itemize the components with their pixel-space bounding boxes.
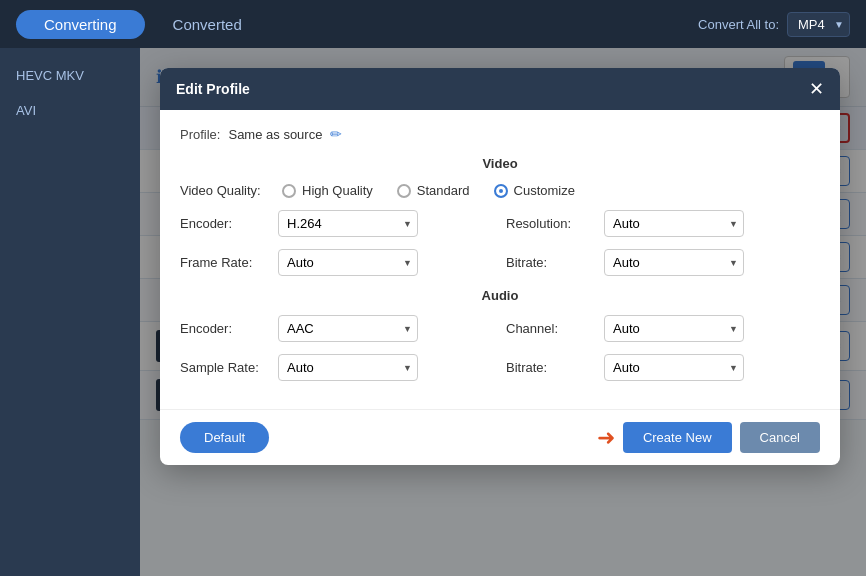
default-button[interactable]: Default (180, 422, 269, 453)
framerate-label: Frame Rate: (180, 255, 270, 270)
radio-label-customize: Customize (514, 183, 575, 198)
radio-btn-standard (397, 184, 411, 198)
video-bitrate-col: Bitrate: Auto ▼ (506, 249, 820, 276)
video-quality-row: Video Quality: High Quality Standard (180, 183, 820, 198)
modal-footer: Default ➜ Create New Cancel (160, 409, 840, 465)
channel-col: Channel: Auto ▼ (506, 315, 820, 342)
footer-right: ➜ Create New Cancel (597, 422, 820, 453)
modal-close-button[interactable]: ✕ (809, 80, 824, 98)
radio-btn-high-quality (282, 184, 296, 198)
framerate-col: Frame Rate: Auto ▼ (180, 249, 494, 276)
sidebar-item-hevc-mkv[interactable]: HEVC MKV (0, 58, 140, 93)
modal-body: Profile: Same as source ✏ Video Video Qu… (160, 110, 840, 409)
profile-value: Same as source (228, 127, 322, 142)
samplerate-select-wrapper: Auto ▼ (278, 354, 418, 381)
samplerate-label: Sample Rate: (180, 360, 270, 375)
radio-label-high-quality: High Quality (302, 183, 373, 198)
resolution-label: Resolution: (506, 216, 596, 231)
profile-label: Profile: (180, 127, 220, 142)
audio-bitrate-col: Bitrate: Auto ▼ (506, 354, 820, 381)
modal-profile-row: Profile: Same as source ✏ (180, 126, 820, 142)
samplerate-select[interactable]: Auto (278, 354, 418, 381)
video-bitrate-select-wrapper: Auto ▼ (604, 249, 744, 276)
video-section-title: Video (180, 156, 820, 171)
convert-all-select[interactable]: MP4 (787, 12, 850, 37)
modal-header: Edit Profile ✕ (160, 68, 840, 110)
sidebar-item-avi[interactable]: AVI (0, 93, 140, 128)
video-quality-radio-group: High Quality Standard Customize (282, 183, 820, 198)
audio-section-title: Audio (180, 288, 820, 303)
resolution-col: Resolution: Auto ▼ (506, 210, 820, 237)
right-panel: ℹ :45 MP4 ▼ uto ⚙ andard ⚙ andard ⚙ anda… (140, 48, 866, 576)
audio-encoder-select-wrapper: AAC ▼ (278, 315, 418, 342)
create-new-button[interactable]: Create New (623, 422, 732, 453)
framerate-select-wrapper: Auto ▼ (278, 249, 418, 276)
radio-btn-customize (494, 184, 508, 198)
channel-select-wrapper: Auto ▼ (604, 315, 744, 342)
cancel-button[interactable]: Cancel (740, 422, 820, 453)
audio-bitrate-select-wrapper: Auto ▼ (604, 354, 744, 381)
video-bitrate-select[interactable]: Auto (604, 249, 744, 276)
audio-encoder-select[interactable]: AAC (278, 315, 418, 342)
audio-encoder-label: Encoder: (180, 321, 270, 336)
convert-all-label: Convert All to: (698, 17, 779, 32)
encoder-select[interactable]: H.264 (278, 210, 418, 237)
radio-standard[interactable]: Standard (397, 183, 470, 198)
audio-encoder-col: Encoder: AAC ▼ (180, 315, 494, 342)
framerate-bitrate-row: Frame Rate: Auto ▼ Bitrate: (180, 249, 820, 276)
tab-converting[interactable]: Converting (16, 10, 145, 39)
convert-all-dropdown[interactable]: MP4 ▼ (787, 12, 850, 37)
modal-overlay: Edit Profile ✕ Profile: Same as source ✏… (140, 48, 866, 576)
samplerate-audiobitrate-row: Sample Rate: Auto ▼ Bitrate: (180, 354, 820, 381)
tab-converted[interactable]: Converted (153, 10, 262, 39)
encoder-label: Encoder: (180, 216, 270, 231)
audio-bitrate-select[interactable]: Auto (604, 354, 744, 381)
video-quality-label: Video Quality: (180, 183, 270, 198)
video-bitrate-label: Bitrate: (506, 255, 596, 270)
top-bar: Converting Converted Convert All to: MP4… (0, 0, 866, 48)
radio-customize[interactable]: Customize (494, 183, 575, 198)
sidebar: HEVC MKV AVI (0, 48, 140, 576)
audio-encoder-channel-row: Encoder: AAC ▼ Channel: (180, 315, 820, 342)
radio-label-standard: Standard (417, 183, 470, 198)
modal-title: Edit Profile (176, 81, 250, 97)
framerate-select[interactable]: Auto (278, 249, 418, 276)
resolution-select[interactable]: Auto (604, 210, 744, 237)
edit-icon[interactable]: ✏ (330, 126, 342, 142)
radio-high-quality[interactable]: High Quality (282, 183, 373, 198)
samplerate-col: Sample Rate: Auto ▼ (180, 354, 494, 381)
edit-profile-modal: Edit Profile ✕ Profile: Same as source ✏… (160, 68, 840, 465)
audio-bitrate-label: Bitrate: (506, 360, 596, 375)
encoder-select-wrapper: H.264 ▼ (278, 210, 418, 237)
encoder-col: Encoder: H.264 ▼ (180, 210, 494, 237)
resolution-select-wrapper: Auto ▼ (604, 210, 744, 237)
channel-label: Channel: (506, 321, 596, 336)
channel-select[interactable]: Auto (604, 315, 744, 342)
encoder-resolution-row: Encoder: H.264 ▼ Resolution: (180, 210, 820, 237)
arrow-icon: ➜ (597, 425, 615, 451)
main-content: HEVC MKV AVI ℹ :45 MP4 ▼ uto ⚙ andard ⚙ … (0, 48, 866, 576)
